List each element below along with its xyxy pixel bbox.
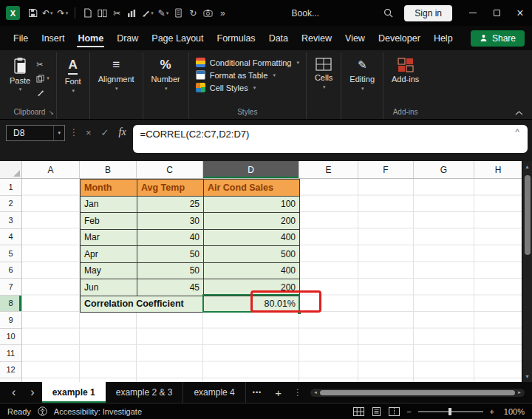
column-header-d[interactable]: D [203,161,299,178]
conditional-formatting-button[interactable]: Conditional Formatting ▾ [196,58,299,67]
page-break-view-button[interactable] [389,407,400,416]
column-header-e[interactable]: E [299,161,358,178]
maximize-button[interactable] [485,0,508,26]
scroll-down-icon[interactable]: ▼ [525,373,530,380]
scroll-up-icon[interactable]: ▲ [525,163,530,170]
row-header-1[interactable]: 1 [0,179,21,196]
name-box-dropdown[interactable]: ▾ [53,126,64,140]
row-header-6[interactable]: 6 [0,262,21,279]
sheet-tab-example-2-3[interactable]: example 2 & 3 [106,382,184,403]
cell-d4[interactable]: 400 [204,230,300,247]
tab-file[interactable]: File [12,27,30,50]
addins-button[interactable]: Add-ins [390,54,420,84]
tab-formulas[interactable]: Formulas [216,27,257,50]
column-header-f[interactable]: F [358,161,414,178]
row-header-5[interactable]: 5 [0,245,21,262]
chart-icon[interactable] [124,4,139,23]
cell-d3[interactable]: 200 [204,213,300,230]
enter-button[interactable]: ✓ [98,125,112,140]
row-header-2[interactable]: 2 [0,196,21,213]
cell-styles-button[interactable]: Cell Styles ▾ [196,83,256,92]
close-button[interactable]: × [508,0,532,26]
formula-input[interactable]: =CORREL(C2:C7,D2:D7) ^ [133,125,528,153]
cell-d1[interactable]: Air Cond Sales [204,180,300,197]
minimize-button[interactable] [461,0,485,26]
zoom-out-button[interactable]: − [406,407,411,416]
tab-view[interactable]: View [344,27,366,50]
cell-b7[interactable]: Jun [81,279,137,296]
cell-b2[interactable]: Jan [81,197,137,214]
search-button[interactable] [381,4,395,23]
paste-button[interactable]: Paste ▾ [10,54,30,98]
scroll-left-icon[interactable]: ◄ [313,390,318,395]
format-painter-button[interactable]: ▾ [139,4,156,23]
name-box[interactable]: D8 ▾ [6,125,65,141]
cut-button[interactable]: ✂ [36,59,50,69]
pen-button[interactable]: ✎▾ [156,4,171,23]
undo-button[interactable]: ↶▾ [40,4,55,23]
tab-home[interactable]: Home [76,27,105,50]
zoom-slider-thumb[interactable] [449,408,451,415]
row-header-9[interactable]: 9 [0,312,21,329]
cell-b3[interactable]: Feb [81,213,137,230]
cell-c4[interactable]: 40 [137,230,204,247]
cancel-button[interactable]: × [83,125,95,140]
normal-view-button[interactable] [353,407,364,416]
cell-b5[interactable]: Apr [81,246,137,263]
formula-bar-expand-button[interactable]: ^ [515,127,519,137]
zoom-slider[interactable] [418,411,483,412]
vertical-scrollbar[interactable]: ▲ ▼ [522,161,532,382]
cell-d6[interactable]: 400 [204,263,300,280]
vertical-scrollbar-thumb[interactable] [525,175,531,255]
copy-button[interactable]: ▾ [36,73,50,84]
sheet-nav-left[interactable]: ‹ [4,383,23,402]
column-header-h[interactable]: H [474,161,522,178]
editing-button[interactable]: ✎ Editing ▾ [348,54,376,92]
sheet-tab-example-1[interactable]: example 1 [42,382,106,403]
zoom-level[interactable]: 100% [501,407,525,416]
scroll-right-icon[interactable]: ► [517,390,522,395]
cell-b1[interactable]: Month [81,180,137,197]
column-header-b[interactable]: B [80,161,137,178]
column-header-a[interactable]: A [22,161,80,178]
cell-b4[interactable]: Mar [81,230,137,247]
row-header-7[interactable]: 7 [0,279,21,296]
column-header-g[interactable]: G [414,161,474,178]
tab-page-layout[interactable]: Page Layout [150,27,205,50]
page-layout-view-button[interactable] [371,407,382,416]
column-header-c[interactable]: C [137,161,203,178]
refresh-icon[interactable]: ↻ [185,4,200,23]
row-header-3[interactable]: 3 [0,212,21,229]
cell-d5[interactable]: 500 [204,246,300,263]
horizontal-scrollbar-thumb[interactable] [320,390,515,395]
zoom-in-button[interactable]: + [490,407,494,416]
save-icon[interactable] [25,4,40,23]
more-commands-button[interactable]: » [215,4,230,23]
columns-icon[interactable] [95,4,109,23]
format-as-table-button[interactable]: Format as Table ▾ [196,70,276,80]
row-header-11[interactable]: 11 [0,345,21,362]
tab-draw[interactable]: Draw [115,27,140,50]
more-sheets-button[interactable]: ••• [246,389,268,396]
excel-logo-icon[interactable]: X [6,6,20,20]
redo-button[interactable]: ↷▾ [55,4,71,23]
format-painter-button[interactable] [36,87,50,98]
row-header-8[interactable]: 8 [0,296,21,313]
page-icon[interactable] [171,4,185,23]
cell-c5[interactable]: 50 [137,246,204,263]
cell-c2[interactable]: 25 [137,197,204,214]
cell-b6[interactable]: May [81,263,137,280]
collapse-ribbon-button[interactable] [515,111,523,115]
document-icon[interactable] [80,4,95,23]
number-button[interactable]: % Number ▾ [150,54,182,92]
tab-developer[interactable]: Developer [377,27,422,50]
cell-c6[interactable]: 50 [137,263,204,280]
new-sheet-button[interactable]: + [268,386,288,399]
tab-insert[interactable]: Insert [40,27,66,50]
cell-c3[interactable]: 30 [137,213,204,230]
tab-data[interactable]: Data [267,27,290,50]
sheet-body[interactable]: 1 2 3 4 5 6 7 8 9 10 11 12 Month Avg Tem… [0,179,522,382]
row-header-10[interactable]: 10 [0,329,21,346]
font-button[interactable]: A Font ▾ [64,54,83,94]
dialog-launcher-icon[interactable]: ↘ [49,109,54,116]
